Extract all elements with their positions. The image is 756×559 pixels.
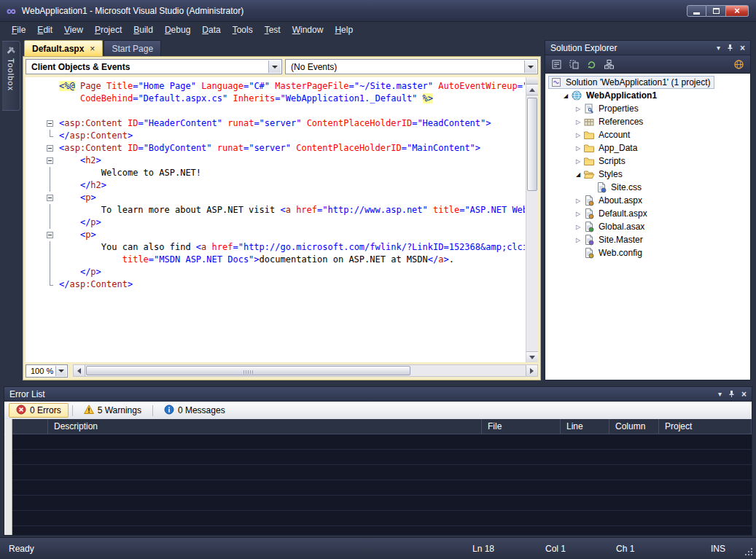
collapse-region-icon[interactable]	[47, 120, 53, 127]
expand-arrow-icon[interactable]: ▷	[573, 119, 583, 125]
collapse-region-icon[interactable]	[47, 157, 53, 164]
window-menu-icon[interactable]: ▾	[718, 391, 722, 398]
aspx-file-icon	[583, 195, 596, 206]
error-grid-body[interactable]	[4, 434, 752, 536]
expand-arrow-icon[interactable]: ▷	[573, 237, 583, 243]
view-class-diagram-icon[interactable]	[603, 58, 615, 71]
refresh-icon[interactable]	[585, 58, 598, 71]
horizontal-scrollbar[interactable]	[73, 364, 538, 377]
menu-project[interactable]: Project	[89, 23, 128, 37]
close-tab-icon[interactable]: ×	[90, 44, 95, 53]
column-header-description[interactable]: Description	[48, 419, 482, 434]
tree-item-references[interactable]: ▷References	[545, 115, 750, 128]
tree-item-properties[interactable]: ▷Properties	[545, 102, 750, 115]
scrollbar-split-handle[interactable]	[526, 77, 538, 85]
collapse-region-icon[interactable]	[47, 232, 53, 238]
pin-icon[interactable]	[728, 390, 736, 398]
collapse-region-icon[interactable]	[47, 195, 53, 201]
toolbox-tab[interactable]: Toolbox	[2, 41, 20, 111]
tree-item-site-master[interactable]: ▷Site.Master	[545, 233, 750, 246]
expand-arrow-icon[interactable]: ▷	[573, 106, 583, 112]
tree-item-default-aspx[interactable]: ▷Default.aspx	[545, 207, 750, 220]
expand-arrow-icon[interactable]: ▷	[573, 158, 583, 165]
expand-arrow-icon[interactable]: ▷	[573, 224, 583, 230]
zoom-dropdown[interactable]: 100 %	[26, 364, 68, 378]
collapse-region-icon[interactable]	[47, 145, 53, 152]
tree-item-site-css[interactable]: Site.css	[545, 181, 750, 194]
horizontal-scroll-thumb[interactable]	[86, 366, 410, 375]
tree-item-styles[interactable]: ◢Styles	[545, 168, 750, 181]
expand-arrow-icon[interactable]: ▷	[573, 211, 583, 217]
outlining-margin[interactable]	[44, 80, 55, 291]
close-icon[interactable]: ×	[741, 390, 747, 399]
column-header-project[interactable]: Project	[659, 419, 752, 434]
tree-item-account[interactable]: ▷Account	[545, 128, 750, 141]
menu-window[interactable]: Window	[287, 23, 330, 37]
scroll-up-button[interactable]	[526, 85, 538, 95]
menu-tools[interactable]: Tools	[227, 23, 259, 37]
maximize-button[interactable]	[706, 5, 726, 17]
tab-start-page[interactable]: Start Page	[104, 40, 161, 56]
solution-explorer-header[interactable]: Solution Explorer ▾×	[545, 40, 751, 55]
outline-cell	[44, 266, 55, 278]
minimize-button[interactable]	[687, 5, 706, 17]
column-header-line[interactable]: Line	[561, 419, 609, 434]
menu-debug[interactable]: Debug	[159, 23, 196, 37]
close-button[interactable]	[726, 5, 749, 17]
title-bar[interactable]: ∞ WebApplication1 - Microsoft Visual Stu…	[0, 0, 756, 22]
menu-build[interactable]: Build	[128, 23, 159, 37]
menu-view[interactable]: View	[58, 23, 89, 37]
menu-data[interactable]: Data	[196, 23, 226, 37]
events-dropdown-button[interactable]	[524, 60, 537, 73]
web-icon[interactable]	[733, 58, 745, 71]
filter-0-errors[interactable]: 0 Errors	[9, 403, 69, 418]
chevron-down-icon	[528, 66, 534, 69]
menu-file[interactable]: File	[6, 23, 31, 37]
tree-item-about-aspx[interactable]: ▷About.aspx	[545, 194, 750, 207]
filter-5-warnings[interactable]: 5 Warnings	[77, 403, 149, 418]
tree-item-webapplication1[interactable]: ◢WebApplication1	[545, 89, 750, 102]
error-list-title: Error List	[9, 389, 45, 399]
menu-edit[interactable]: Edit	[31, 23, 58, 37]
tree-item-label: Site.css	[609, 181, 644, 193]
objects-dropdown[interactable]: Client Objects & Events	[26, 59, 282, 74]
code-editor[interactable]: <%@ Page Title="Home Page" Language="C#"…	[26, 77, 538, 362]
expand-arrow-icon[interactable]: ◢	[573, 171, 583, 178]
close-icon[interactable]: ×	[740, 44, 745, 52]
arrow-right-icon	[530, 368, 534, 374]
tree-item-solution-webapplication1-1-project[interactable]: Solution 'WebApplication1' (1 project)	[545, 76, 750, 89]
error-grid-row	[4, 465, 752, 480]
vertical-scrollbar[interactable]	[526, 77, 538, 362]
solution-tree[interactable]: Solution 'WebApplication1' (1 project)◢W…	[545, 73, 751, 380]
error-grid-row	[4, 526, 752, 536]
tree-item-app-data[interactable]: ▷App_Data	[545, 141, 750, 155]
events-dropdown[interactable]: (No Events)	[285, 59, 538, 74]
resize-grip[interactable]	[744, 547, 753, 556]
tree-item-web-config[interactable]: Web.config	[545, 246, 750, 259]
window-title: WebApplication1 - Microsoft Visual Studi…	[22, 6, 243, 16]
zoom-dropdown-button[interactable]	[55, 366, 66, 376]
tab-default-aspx[interactable]: Default.aspx×	[24, 40, 103, 56]
scroll-down-button[interactable]	[526, 351, 538, 362]
menu-help[interactable]: Help	[329, 23, 359, 37]
error-list-header[interactable]: Error List ▾×	[4, 386, 752, 402]
properties-icon[interactable]	[550, 58, 563, 71]
expand-arrow-icon[interactable]: ▷	[573, 132, 583, 138]
column-header-column[interactable]: Column	[609, 419, 659, 434]
tree-item-global-asax[interactable]: ▷Global.asax	[545, 220, 750, 233]
expand-arrow-icon[interactable]: ▷	[573, 198, 583, 204]
expand-arrow-icon[interactable]: ◢	[561, 93, 571, 99]
menu-test[interactable]: Test	[259, 23, 287, 37]
scroll-left-button[interactable]	[74, 365, 85, 376]
code-text[interactable]: <%@ Page Title="Home Page" Language="C#"…	[59, 80, 525, 362]
expand-arrow-icon[interactable]: ▷	[573, 145, 583, 152]
filter-0-messages[interactable]: 0 Messages	[157, 403, 233, 418]
tree-item-scripts[interactable]: ▷Scripts	[545, 155, 750, 168]
objects-dropdown-button[interactable]	[268, 60, 281, 73]
window-menu-icon[interactable]: ▾	[717, 44, 720, 52]
show-all-files-icon[interactable]	[568, 58, 580, 71]
vertical-scroll-thumb[interactable]	[527, 98, 537, 191]
scroll-right-button[interactable]	[526, 365, 537, 376]
column-header-file[interactable]: File	[482, 419, 561, 434]
pin-icon[interactable]	[726, 44, 734, 52]
